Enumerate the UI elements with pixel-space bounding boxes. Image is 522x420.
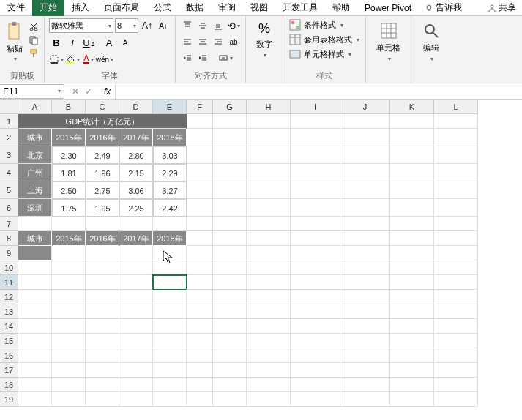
cell-C15[interactable]: [86, 334, 119, 348]
cell-I15[interactable]: [291, 334, 340, 348]
cell-I13[interactable]: [291, 304, 340, 319]
cell-K4[interactable]: [390, 164, 434, 181]
cell-L7[interactable]: [434, 217, 478, 231]
col-header-G[interactable]: G: [213, 100, 247, 114]
border-button[interactable]: ▾: [49, 52, 64, 67]
cell-E13[interactable]: [153, 304, 187, 319]
cell-G17[interactable]: [213, 363, 247, 378]
cell-H19[interactable]: [247, 392, 291, 407]
cell-B7[interactable]: [52, 217, 86, 231]
cell-H2[interactable]: [247, 129, 291, 146]
tab-help[interactable]: 帮助: [325, 0, 357, 16]
font-name-select[interactable]: 微软雅黑 ▾: [49, 18, 113, 33]
conditional-format-button[interactable]: 条件格式▾: [288, 18, 361, 31]
cell-C9[interactable]: [86, 246, 119, 260]
align-right-button[interactable]: [211, 34, 225, 49]
cell-F3[interactable]: [187, 146, 213, 164]
bold-button[interactable]: B: [49, 35, 64, 50]
share-button[interactable]: 共享: [482, 1, 522, 14]
cell-C8[interactable]: 2016年: [86, 231, 119, 246]
cell-H6[interactable]: [247, 199, 291, 217]
cell-F10[interactable]: [187, 260, 213, 275]
cell-G8[interactable]: [213, 231, 247, 246]
cell-K11[interactable]: [390, 275, 434, 290]
cell-L3[interactable]: [434, 146, 478, 164]
cell-H5[interactable]: [247, 181, 291, 199]
cell-L4[interactable]: [434, 164, 478, 181]
cell-G6[interactable]: [213, 199, 247, 217]
cell-H3[interactable]: [247, 146, 291, 164]
cell-J18[interactable]: [340, 378, 390, 392]
row-header-9[interactable]: 9: [0, 246, 18, 260]
cell-H10[interactable]: [247, 260, 291, 275]
cell-L5[interactable]: [434, 181, 478, 199]
row-header-8[interactable]: 8: [0, 231, 18, 246]
cell-I12[interactable]: [291, 290, 340, 304]
cell-B3[interactable]: 2.30: [52, 146, 86, 164]
cell-F13[interactable]: [187, 304, 213, 319]
cell-D6[interactable]: 2.25: [119, 199, 153, 217]
cell-I2[interactable]: [291, 129, 340, 146]
cell-A12[interactable]: [18, 290, 52, 304]
cell-J19[interactable]: [340, 392, 390, 407]
cell-D14[interactable]: [119, 319, 153, 334]
cell-L17[interactable]: [434, 363, 478, 378]
row-header-13[interactable]: 13: [0, 304, 18, 319]
cell-E3[interactable]: 3.03: [153, 146, 187, 164]
cell-I1[interactable]: [291, 114, 340, 129]
cell-G13[interactable]: [213, 304, 247, 319]
cell-H16[interactable]: [247, 348, 291, 363]
tab-home[interactable]: 开始: [32, 0, 64, 16]
cell-H13[interactable]: [247, 304, 291, 319]
col-header-A[interactable]: A: [18, 100, 52, 114]
cell-J8[interactable]: [340, 231, 390, 246]
cell-E11[interactable]: [153, 275, 187, 290]
cell-A1-merged[interactable]: GDP统计（万亿元）: [18, 114, 187, 129]
cancel-button[interactable]: ✕: [72, 86, 79, 97]
decrease-fontsize-button[interactable]: A↓: [156, 18, 171, 33]
cell-G3[interactable]: [213, 146, 247, 164]
cell-K19[interactable]: [390, 392, 434, 407]
cell-F11[interactable]: [187, 275, 213, 290]
cell-E17[interactable]: [153, 363, 187, 378]
wrap-text-button[interactable]: ab: [226, 34, 241, 49]
cell-H14[interactable]: [247, 319, 291, 334]
cell-K13[interactable]: [390, 304, 434, 319]
cell-G14[interactable]: [213, 319, 247, 334]
cell-G15[interactable]: [213, 334, 247, 348]
row-header-18[interactable]: 18: [0, 378, 18, 392]
cell-H7[interactable]: [247, 217, 291, 231]
cell-H11[interactable]: [247, 275, 291, 290]
cell-J12[interactable]: [340, 290, 390, 304]
cell-G10[interactable]: [213, 260, 247, 275]
tab-page-layout[interactable]: 页面布局: [97, 0, 146, 16]
enter-button[interactable]: ✓: [85, 86, 92, 97]
cell-K18[interactable]: [390, 378, 434, 392]
orientation-button[interactable]: ⟲▾: [226, 18, 241, 33]
tab-data[interactable]: 数据: [179, 0, 211, 16]
cell-D9[interactable]: [119, 246, 153, 260]
cell-E16[interactable]: [153, 348, 187, 363]
row-header-6[interactable]: 6: [0, 199, 18, 217]
col-header-I[interactable]: I: [291, 100, 340, 114]
cell-F2[interactable]: [187, 129, 213, 146]
cell-F1[interactable]: [187, 114, 213, 129]
cell-B4[interactable]: 1.81: [52, 164, 86, 181]
cell-G11[interactable]: [213, 275, 247, 290]
cell-F18[interactable]: [187, 378, 213, 392]
cell-B18[interactable]: [52, 378, 86, 392]
align-left-button[interactable]: [180, 34, 195, 49]
cell-L13[interactable]: [434, 304, 478, 319]
cell-J7[interactable]: [340, 217, 390, 231]
cell-L2[interactable]: [434, 129, 478, 146]
cell-E14[interactable]: [153, 319, 187, 334]
cell-D11[interactable]: [119, 275, 153, 290]
cell-C5[interactable]: 2.75: [86, 181, 119, 199]
cell-F9[interactable]: [187, 246, 213, 260]
cell-I6[interactable]: [291, 199, 340, 217]
cell-C17[interactable]: [86, 363, 119, 378]
cell-J17[interactable]: [340, 363, 390, 378]
cell-B14[interactable]: [52, 319, 86, 334]
fx-icon[interactable]: fx: [100, 86, 115, 97]
font-color-button[interactable]: A▾: [81, 52, 96, 67]
